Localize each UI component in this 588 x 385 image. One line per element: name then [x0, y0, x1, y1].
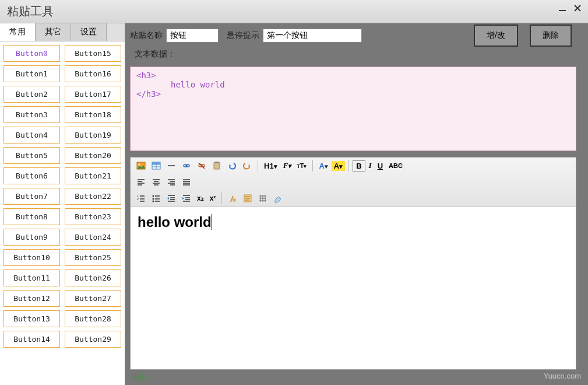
- minimize-button[interactable]: [558, 4, 567, 13]
- separator: [312, 160, 313, 172]
- list-item[interactable]: Button20: [65, 147, 121, 164]
- tab-bar: 常用 其它 设置: [0, 23, 125, 41]
- separator: [258, 160, 258, 172]
- svg-point-12: [186, 164, 189, 167]
- editor-toolbar: H1▾ F▾ тT▾ A▾ A▾ B I U ABC: [131, 158, 576, 207]
- list-item[interactable]: Button29: [65, 331, 121, 348]
- list-item[interactable]: Button4: [3, 127, 60, 144]
- svg-point-39: [153, 195, 154, 197]
- text-data-label: 文本数据：: [130, 47, 583, 62]
- list-item[interactable]: Button6: [3, 167, 60, 184]
- sidebar: 常用 其它 设置 Button0Button15Button1Button16B…: [0, 23, 125, 385]
- rich-editor: H1▾ F▾ тT▾ A▾ A▾ B I U ABC: [130, 157, 576, 370]
- highlight-dropdown[interactable]: A▾: [332, 161, 345, 171]
- align-center-icon[interactable]: [149, 176, 163, 188]
- underline-button[interactable]: U: [375, 160, 385, 172]
- select-all-icon[interactable]: [241, 192, 255, 205]
- list-item[interactable]: Button10: [3, 249, 60, 266]
- align-left-icon[interactable]: [134, 176, 148, 188]
- hover-tip-input[interactable]: [263, 29, 362, 43]
- separator: [348, 160, 349, 172]
- svg-line-15: [199, 163, 205, 169]
- list-item[interactable]: Button3: [3, 106, 60, 123]
- align-right-icon[interactable]: [164, 176, 178, 188]
- list-item[interactable]: Button25: [65, 249, 121, 266]
- italic-button[interactable]: I: [367, 160, 374, 172]
- list-item[interactable]: Button5: [3, 147, 60, 164]
- font-color-dropdown[interactable]: A▾: [316, 160, 330, 172]
- align-justify-icon[interactable]: [179, 176, 193, 188]
- watermark: Yuucn.com: [544, 372, 581, 380]
- svg-rect-9: [152, 162, 160, 164]
- list-item[interactable]: Button1: [3, 65, 60, 82]
- paste-icon[interactable]: [210, 159, 224, 172]
- list-item[interactable]: Button13: [3, 310, 60, 327]
- editor-content[interactable]: hello world: [131, 207, 576, 369]
- unordered-list-icon[interactable]: [149, 192, 163, 205]
- tab-settings[interactable]: 设置: [71, 23, 107, 41]
- content-area: 粘贴名称 悬停提示 增/改 删除 文本数据：: [125, 23, 588, 385]
- font-size-dropdown[interactable]: тT▾: [294, 161, 309, 170]
- list-item[interactable]: Button11: [3, 270, 60, 286]
- svg-point-53: [233, 198, 236, 202]
- list-item[interactable]: Button22: [65, 188, 121, 205]
- hr-icon[interactable]: [164, 159, 178, 172]
- superscript-button[interactable]: x²: [207, 193, 219, 204]
- undo-icon[interactable]: [225, 159, 239, 172]
- window-title: 粘贴工具: [7, 4, 54, 19]
- add-edit-button[interactable]: 增/改: [474, 24, 518, 47]
- table-icon[interactable]: [149, 159, 163, 172]
- paste-name-input[interactable]: [166, 29, 219, 43]
- titlebar: 粘贴工具: [0, 0, 588, 23]
- image-icon[interactable]: [134, 159, 148, 172]
- font-family-dropdown[interactable]: F▾: [281, 160, 294, 172]
- hover-tip-label: 悬停提示: [227, 30, 259, 41]
- list-item[interactable]: Button23: [65, 208, 121, 225]
- clear-format-icon[interactable]: [226, 192, 240, 205]
- svg-point-41: [153, 201, 154, 202]
- indent-icon[interactable]: [179, 192, 193, 205]
- list-item[interactable]: Button7: [3, 188, 60, 205]
- list-item[interactable]: Button2: [3, 86, 60, 103]
- svg-rect-17: [215, 162, 219, 163]
- list-item[interactable]: Button28: [65, 310, 121, 327]
- list-item[interactable]: Button8: [3, 208, 60, 225]
- source-code-area[interactable]: <h3> hello world </h3>: [130, 66, 576, 151]
- list-item[interactable]: Button16: [65, 65, 121, 82]
- list-item[interactable]: Button21: [65, 167, 121, 184]
- strike-button[interactable]: ABC: [386, 161, 405, 170]
- outdent-icon[interactable]: [164, 192, 178, 205]
- svg-text:2: 2: [137, 197, 139, 201]
- list-item[interactable]: Button0: [3, 45, 60, 62]
- list-item[interactable]: Button24: [65, 229, 121, 246]
- list-item[interactable]: Button18: [65, 106, 121, 123]
- eraser-icon[interactable]: [271, 192, 285, 205]
- list-item[interactable]: Button14: [3, 331, 60, 348]
- tab-other[interactable]: 其它: [36, 23, 71, 41]
- delete-button[interactable]: 删除: [530, 24, 572, 47]
- list-item[interactable]: Button15: [65, 45, 121, 62]
- subscript-button[interactable]: x₂: [195, 193, 206, 204]
- status-bar: 状态：: [125, 370, 588, 385]
- list-item[interactable]: Button12: [3, 290, 60, 307]
- tab-common[interactable]: 常用: [0, 23, 36, 41]
- ordered-list-icon[interactable]: 12: [134, 192, 148, 205]
- heading-dropdown[interactable]: H1▾: [262, 160, 280, 172]
- redo-icon[interactable]: [240, 159, 254, 172]
- close-button[interactable]: [573, 4, 582, 13]
- paste-name-label: 粘贴名称: [130, 30, 163, 41]
- grid-icon[interactable]: [256, 192, 270, 205]
- list-item[interactable]: Button17: [65, 86, 121, 103]
- list-item[interactable]: Button26: [65, 270, 121, 286]
- svg-point-4: [139, 164, 140, 166]
- link-icon[interactable]: [179, 159, 193, 172]
- unlink-icon[interactable]: [195, 159, 209, 172]
- bold-button[interactable]: B: [353, 160, 365, 172]
- list-item[interactable]: Button19: [65, 127, 121, 144]
- svg-point-40: [153, 198, 154, 200]
- list-item[interactable]: Button27: [65, 290, 121, 307]
- button-grid: Button0Button15Button1Button16Button2But…: [0, 41, 125, 385]
- list-item[interactable]: Button9: [3, 229, 60, 246]
- separator: [221, 192, 222, 204]
